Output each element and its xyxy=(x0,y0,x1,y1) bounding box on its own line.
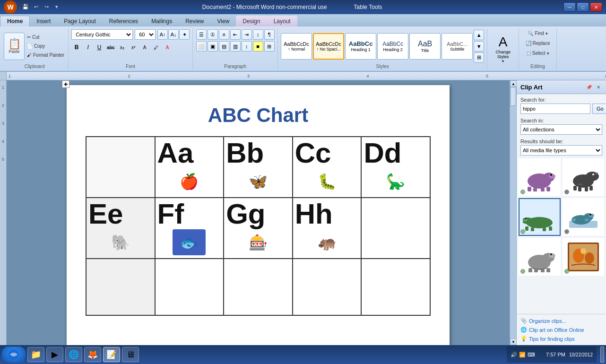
search-input[interactable] xyxy=(520,104,590,114)
tab-view[interactable]: View xyxy=(211,16,236,26)
copy-button[interactable]: 📄Copy xyxy=(26,42,65,50)
scroll-thumb[interactable] xyxy=(511,87,516,106)
tab-design[interactable]: Design xyxy=(236,16,267,26)
table-cell-gg[interactable]: Gg 🎰 xyxy=(224,198,293,259)
organize-clips-link[interactable]: 📎 Organize clips... xyxy=(520,316,602,325)
scroll-track[interactable] xyxy=(510,87,516,338)
tips-link[interactable]: 💡 Tips for finding clips xyxy=(520,334,602,343)
taskbar-explorer[interactable]: 📁 xyxy=(27,347,44,362)
office-online-link[interactable]: 🌐 Clip art on Office Online xyxy=(520,325,602,334)
show-hide-button[interactable]: ¶ xyxy=(264,29,275,40)
panel-close-button[interactable]: ✕ xyxy=(595,83,602,91)
style-heading2[interactable]: AaBbCc Heading 2 xyxy=(377,33,408,60)
font-size-select[interactable]: 60 xyxy=(135,29,156,40)
clip-item[interactable] xyxy=(563,198,605,236)
qat-save[interactable]: 💾 xyxy=(21,2,30,11)
align-center-button[interactable]: ▣ xyxy=(208,41,218,52)
justify-button[interactable]: ▥ xyxy=(230,41,241,52)
tab-references[interactable]: References xyxy=(103,16,145,26)
styles-scroll-up[interactable]: ▲ xyxy=(474,30,484,40)
format-painter-button[interactable]: 🖌Format Painter xyxy=(26,51,65,59)
table-cell-bb[interactable]: Bb 🦋 xyxy=(224,137,293,198)
paragraph-label: Paragraph xyxy=(224,64,246,69)
search-in-section: Search in: All collections xyxy=(517,116,606,137)
italic-button[interactable]: I xyxy=(83,42,93,52)
search-in-select[interactable]: All collections xyxy=(520,124,602,135)
table-cell-cc[interactable]: Cc 🐛 xyxy=(293,137,362,198)
start-button[interactable] xyxy=(2,347,26,363)
multilevel-button[interactable]: ≡ xyxy=(219,29,229,40)
font-color-button[interactable]: A xyxy=(162,42,173,52)
table-move-handle[interactable]: ✚ xyxy=(62,80,69,88)
align-right-button[interactable]: ▤ xyxy=(219,41,229,52)
font-increase-button[interactable]: A↑ xyxy=(157,29,168,40)
tab-insert[interactable]: Insert xyxy=(30,16,57,26)
qat-dropdown[interactable]: ▾ xyxy=(52,2,61,11)
tab-layout[interactable]: Layout xyxy=(267,16,297,26)
qat-redo[interactable]: ↪ xyxy=(42,2,51,11)
minimize-button[interactable]: ─ xyxy=(563,2,576,12)
taskbar-ie[interactable]: 🌐 xyxy=(65,347,82,362)
clip-item[interactable] xyxy=(519,198,561,236)
tab-mailings[interactable]: Mailings xyxy=(145,16,179,26)
paste-button[interactable]: 📋 Paste xyxy=(4,33,25,60)
table-cell-aa[interactable]: Aa 🍎 xyxy=(155,137,224,198)
styles-more[interactable]: ⊞ xyxy=(474,52,484,63)
scroll-up-button[interactable]: ▲ xyxy=(510,80,517,87)
go-button[interactable]: Go xyxy=(592,104,606,114)
results-select[interactable]: All media file types xyxy=(520,145,602,156)
cut-button[interactable]: ✂Cut xyxy=(26,33,65,41)
font-decrease-button[interactable]: A↓ xyxy=(168,29,179,40)
styles-scroll-down[interactable]: ▼ xyxy=(474,41,484,52)
clip-item[interactable] xyxy=(519,158,561,196)
shading-button[interactable]: ■ xyxy=(253,41,263,52)
underline-button[interactable]: U xyxy=(94,42,104,52)
clear-format-button[interactable]: ✦ xyxy=(179,29,190,40)
align-left-button[interactable]: ⬜ xyxy=(196,41,207,52)
tab-home[interactable]: Home xyxy=(0,16,30,26)
close-button[interactable]: ✕ xyxy=(590,2,602,12)
numbering-button[interactable]: ① xyxy=(208,29,218,40)
tab-review[interactable]: Review xyxy=(179,16,210,26)
taskbar-firefox[interactable]: 🦊 xyxy=(84,347,101,362)
style-no-spacing[interactable]: AaBbCcDc ↑ No Spaci... xyxy=(313,33,344,60)
style-title[interactable]: AaB Title xyxy=(409,33,441,60)
clip-item[interactable] xyxy=(563,238,605,276)
table-cell-hh[interactable]: Hh 🦛 xyxy=(293,198,362,259)
change-styles-button[interactable]: A Change Styles ▾ xyxy=(490,34,516,64)
show-desktop-button[interactable] xyxy=(600,347,604,363)
text-highlight-button[interactable]: 🖊 xyxy=(151,42,161,52)
sort-button[interactable]: ↕ xyxy=(253,29,263,40)
text-effects-button[interactable]: A xyxy=(139,42,150,52)
clip-item[interactable] xyxy=(563,158,605,196)
font-name-select[interactable]: Century Gothic xyxy=(71,29,133,40)
strikethrough-button[interactable]: abc xyxy=(105,42,116,52)
style-normal[interactable]: AaBbCcDc ↑ Normal xyxy=(281,33,312,60)
tab-page-layout[interactable]: Page Layout xyxy=(57,16,102,26)
bold-button[interactable]: B xyxy=(71,42,82,52)
line-spacing-button[interactable]: ↕ xyxy=(242,41,252,52)
scroll-down-button[interactable]: ▼ xyxy=(510,338,517,345)
borders-button[interactable]: ⊞ xyxy=(264,41,275,52)
style-heading1[interactable]: AaBbCc Heading 1 xyxy=(345,33,376,60)
table-cell-ff[interactable]: Ff 🐟 xyxy=(155,198,224,259)
panel-pin-button[interactable]: 📌 xyxy=(585,83,593,91)
find-button[interactable]: 🔍Find ▾ xyxy=(527,29,548,37)
increase-indent-button[interactable]: ⇥ xyxy=(242,29,252,40)
bullets-button[interactable]: ☰ xyxy=(196,29,207,40)
superscript-button[interactable]: x² xyxy=(128,42,139,52)
qat-undo[interactable]: ↩ xyxy=(32,2,40,11)
table-cell-ee[interactable]: Ee 🐘 xyxy=(86,198,155,259)
decrease-indent-button[interactable]: ⇤ xyxy=(230,29,241,40)
taskbar-media[interactable]: ▶ xyxy=(46,347,63,362)
subscript-button[interactable]: x₂ xyxy=(117,42,127,52)
style-subtitle[interactable]: AaBbC... Subtitle xyxy=(442,33,473,60)
taskbar-powerpoint[interactable]: 🖥 xyxy=(122,347,139,362)
office-button[interactable]: W xyxy=(4,0,17,14)
select-button[interactable]: ⬚Select ▾ xyxy=(526,49,550,57)
taskbar-word[interactable]: 📝 xyxy=(103,347,120,362)
replace-button[interactable]: 🔄Replace xyxy=(525,39,551,47)
maximize-button[interactable]: □ xyxy=(577,2,589,12)
clip-item[interactable] xyxy=(519,238,561,276)
table-cell-dd[interactable]: Dd 🦕 xyxy=(361,137,430,198)
